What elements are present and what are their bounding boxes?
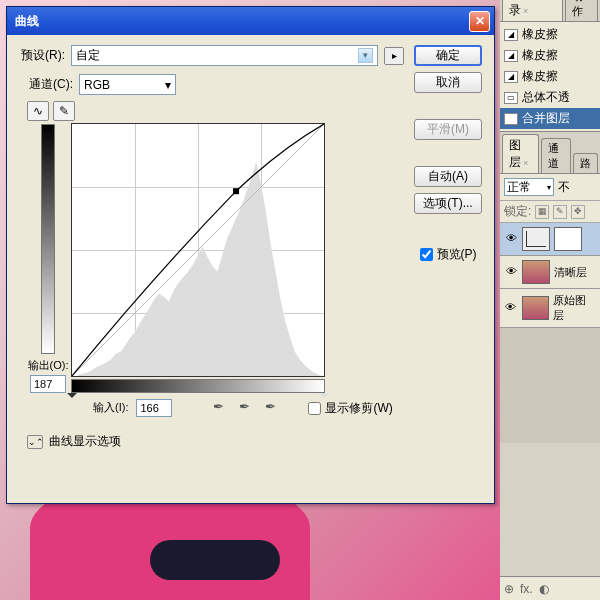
- input-gradient: [71, 379, 325, 393]
- expand-icon[interactable]: ⌄⌃: [27, 435, 43, 449]
- history-item[interactable]: ▤合并图层: [500, 108, 600, 129]
- black-point-slider[interactable]: [67, 393, 77, 403]
- visibility-icon[interactable]: 👁: [504, 301, 518, 315]
- eraser-icon: ◢: [504, 71, 518, 83]
- layer-thumb[interactable]: [522, 296, 549, 320]
- adjustment-thumb[interactable]: [522, 227, 550, 251]
- layer-thumb[interactable]: [522, 260, 550, 284]
- history-item[interactable]: ◢橡皮擦: [500, 45, 600, 66]
- channel-combo[interactable]: RGB ▾: [79, 74, 176, 95]
- curve-tool-button[interactable]: ∿: [27, 101, 49, 121]
- input-label: 输入(I):: [93, 400, 128, 415]
- history-list: ◢橡皮擦 ◢橡皮擦 ◢橡皮擦 ▭总体不透 ▤合并图层: [500, 22, 600, 132]
- lock-row: 锁定: ▦ ✎ ✥: [500, 201, 600, 223]
- tab-actions[interactable]: 动作: [565, 0, 598, 21]
- panels-column: 历史记录× 动作 ◢橡皮擦 ◢橡皮擦 ◢橡皮擦 ▭总体不透 ▤合并图层 图层× …: [500, 0, 600, 600]
- curve-line[interactable]: [72, 124, 324, 376]
- mask-icon[interactable]: ◐: [539, 582, 549, 596]
- close-button[interactable]: ✕: [469, 11, 490, 32]
- output-label: 输出(O):: [28, 358, 69, 373]
- layer-name: 清晰层: [554, 265, 587, 280]
- layers-tabs: 图层× 通道 路: [500, 152, 600, 174]
- output-gradient: [41, 124, 55, 354]
- channel-label: 通道(C):: [29, 76, 73, 93]
- preview-checkbox[interactable]: 预览(P): [420, 246, 477, 263]
- visibility-icon[interactable]: 👁: [504, 265, 518, 279]
- auto-button[interactable]: 自动(A): [414, 166, 482, 187]
- layers-header: 正常▾ 不: [500, 174, 600, 201]
- tab-layers[interactable]: 图层×: [502, 134, 539, 173]
- close-icon[interactable]: ×: [523, 6, 528, 16]
- gray-eyedropper-icon[interactable]: ✒: [234, 399, 254, 417]
- eraser-icon: ◢: [504, 50, 518, 62]
- layer-row[interactable]: 👁 清晰层: [500, 256, 600, 289]
- opacity-label: 不: [558, 179, 570, 196]
- history-tabs: 历史记录× 动作: [500, 0, 600, 22]
- tab-channels[interactable]: 通道: [541, 138, 571, 173]
- preset-combo[interactable]: 自定 ▾: [71, 45, 378, 66]
- white-point-slider[interactable]: [319, 393, 329, 403]
- eraser-icon: ◢: [504, 29, 518, 41]
- blend-mode-combo[interactable]: 正常▾: [504, 178, 554, 196]
- titlebar[interactable]: 曲线 ✕: [7, 7, 494, 35]
- smooth-button: 平滑(M): [414, 119, 482, 140]
- lock-move-icon[interactable]: ✥: [571, 205, 585, 219]
- lock-brush-icon[interactable]: ✎: [553, 205, 567, 219]
- ok-button[interactable]: 确定: [414, 45, 482, 66]
- history-item[interactable]: ▭总体不透: [500, 87, 600, 108]
- link-icon[interactable]: ⊕: [504, 582, 514, 596]
- expand-label[interactable]: 曲线显示选项: [49, 433, 121, 450]
- output-input[interactable]: [30, 375, 66, 393]
- lock-pixels-icon[interactable]: ▦: [535, 205, 549, 219]
- dialog-title: 曲线: [11, 13, 469, 30]
- svg-rect-2: [233, 188, 239, 194]
- mask-thumb[interactable]: [554, 227, 582, 251]
- layer-name: 原始图层: [553, 293, 596, 323]
- layer-row[interactable]: 👁 原始图层: [500, 289, 600, 328]
- tab-history[interactable]: 历史记录×: [502, 0, 563, 21]
- tab-paths[interactable]: 路: [573, 153, 598, 173]
- layers-list: 👁 👁 清晰层 👁 原始图层: [500, 223, 600, 443]
- preset-menu-button[interactable]: ▸: [384, 47, 404, 65]
- history-item[interactable]: ◢橡皮擦: [500, 24, 600, 45]
- fx-icon[interactable]: fx.: [520, 582, 533, 596]
- chevron-down-icon[interactable]: ▾: [358, 48, 373, 63]
- curves-dialog: 曲线 ✕ 预设(R): 自定 ▾ ▸ 通道(C): RGB ▾ ∿: [6, 6, 495, 504]
- layer-row[interactable]: 👁: [500, 223, 600, 256]
- options-button[interactable]: 选项(T)...: [414, 193, 482, 214]
- curves-graph[interactable]: [71, 123, 325, 377]
- opacity-icon: ▭: [504, 92, 518, 104]
- input-input[interactable]: [136, 399, 172, 417]
- pencil-tool-button[interactable]: ✎: [53, 101, 75, 121]
- black-eyedropper-icon[interactable]: ✒: [208, 399, 228, 417]
- history-item[interactable]: ◢橡皮擦: [500, 66, 600, 87]
- cancel-button[interactable]: 取消: [414, 72, 482, 93]
- close-icon[interactable]: ×: [523, 158, 528, 168]
- layers-footer: ⊕ fx. ◐: [500, 576, 600, 600]
- visibility-icon[interactable]: 👁: [504, 232, 518, 246]
- merge-icon: ▤: [504, 113, 518, 125]
- chevron-down-icon[interactable]: ▾: [165, 78, 171, 92]
- preset-label: 预设(R):: [21, 47, 65, 64]
- white-eyedropper-icon[interactable]: ✒: [260, 399, 280, 417]
